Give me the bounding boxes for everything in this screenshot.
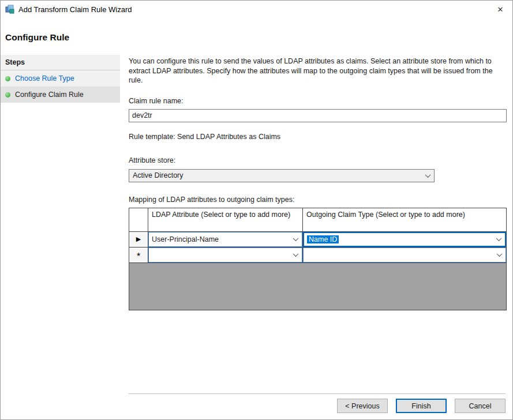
current-row-indicator: ▶: [129, 232, 148, 247]
footer-buttons: < Previous Finish Cancel: [337, 399, 505, 413]
chevron-down-icon: [289, 232, 302, 246]
new-row-indicator: *: [129, 247, 148, 262]
outgoing-claim-type-column-header: Outgoing Claim Type (Select or type to a…: [303, 208, 506, 231]
rule-template-text: Rule template: Send LDAP Attributes as C…: [129, 133, 507, 141]
step-label: Choose Rule Type: [15, 74, 74, 82]
title-bar: Add Transform Claim Rule Wizard ✕: [1, 1, 512, 18]
ldap-attribute-select-row1[interactable]: User-Principal-Name: [148, 232, 302, 247]
cancel-button[interactable]: Cancel: [455, 399, 505, 413]
ldap-attribute-select-row2[interactable]: [148, 247, 302, 262]
chevron-down-icon: [289, 248, 302, 262]
footer-divider: [129, 393, 505, 394]
steps-sidebar: Steps Choose Rule Type Configure Claim R…: [1, 55, 120, 103]
grid-header-row: LDAP Attribute (Select or type to add mo…: [129, 208, 506, 232]
chevron-down-icon: [421, 170, 434, 182]
attribute-store-select[interactable]: Active Directory: [129, 169, 435, 182]
main-content: You can configure this rule to send the …: [129, 57, 507, 310]
outgoing-claim-type-select-row2[interactable]: [303, 247, 506, 262]
outgoing-claim-type-select-row1[interactable]: Name ID: [303, 232, 506, 247]
step-done-bullet-icon: [5, 76, 10, 81]
sidebar-item-configure-claim-rule[interactable]: Configure Claim Rule: [1, 87, 120, 103]
outgoing-claim-type-value: Name ID: [307, 235, 339, 243]
sidebar-item-choose-rule-type[interactable]: Choose Rule Type: [1, 70, 120, 87]
attribute-store-value: Active Directory: [133, 171, 184, 179]
ldap-mapping-grid: LDAP Attribute (Select or type to add mo…: [129, 208, 507, 310]
step-label: Configure Claim Rule: [15, 91, 84, 99]
step-current-bullet-icon: [5, 92, 10, 97]
ldap-attribute-value: User-Principal-Name: [152, 235, 219, 243]
chevron-down-icon: [492, 233, 505, 246]
finish-button[interactable]: Finish: [396, 399, 447, 413]
wizard-icon: [5, 5, 14, 14]
grid-corner-cell: [129, 208, 148, 231]
window-title: Add Transform Claim Rule Wizard: [18, 5, 132, 14]
mapping-label: Mapping of LDAP attributes to outgoing c…: [129, 196, 507, 204]
claim-rule-name-input[interactable]: [129, 109, 507, 122]
attribute-store-label: Attribute store:: [129, 156, 507, 164]
rule-description: You can configure this rule to send the …: [129, 57, 507, 85]
page-title: Configure Rule: [5, 32, 69, 43]
claim-rule-name-label: Claim rule name:: [129, 97, 507, 105]
chevron-down-icon: [493, 248, 505, 262]
grid-empty-area: [129, 263, 506, 310]
table-row: *: [129, 247, 506, 263]
previous-button[interactable]: < Previous: [337, 399, 388, 413]
steps-header: Steps: [1, 55, 120, 70]
table-row: ▶ User-Principal-Name Name ID: [129, 232, 506, 247]
close-icon[interactable]: ✕: [488, 1, 512, 18]
ldap-attribute-column-header: LDAP Attribute (Select or type to add mo…: [148, 208, 303, 231]
